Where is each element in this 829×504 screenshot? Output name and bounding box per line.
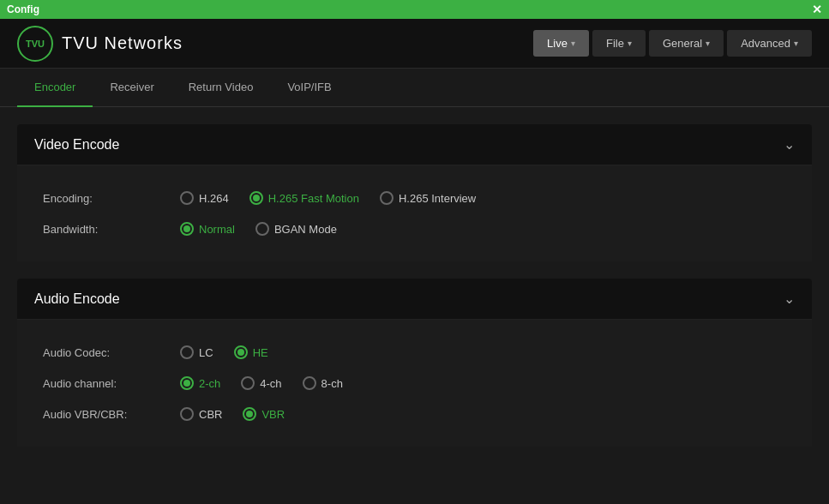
channel-8ch[interactable]: 8-ch [303,376,343,390]
audio-encode-body: Audio Codec: LC HE Audio channel: [17,320,812,447]
channel-2ch-radio [180,376,194,390]
bandwidth-options: Normal BGAN Mode [180,222,337,236]
audio-cbr[interactable]: CBR [180,407,222,421]
audio-codec-options: LC HE [180,345,268,359]
channel-4ch-radio [241,376,255,390]
close-button[interactable]: ✕ [812,3,822,16]
audio-vbr-cbr-options: CBR VBR [180,407,285,421]
bandwidth-bgan[interactable]: BGAN Mode [255,222,337,236]
encoding-h264[interactable]: H.264 [180,191,229,205]
audio-vbr-cbr-label: Audio VBR/CBR: [43,408,180,421]
audio-vbr-radio [243,407,256,421]
nav-menu: Live ▾ File ▾ General ▾ Advanced ▾ [533,30,812,57]
bandwidth-label: Bandwidth: [43,223,180,236]
nav-general[interactable]: General ▾ [649,30,724,57]
nav-advanced[interactable]: Advanced ▾ [727,30,812,57]
channel-8ch-radio [303,376,316,390]
title-bar: Config ✕ [0,0,829,19]
tab-encoder[interactable]: Encoder [17,69,93,107]
channel-8ch-label: 8-ch [321,377,343,390]
nav-file-arrow: ▾ [628,39,632,48]
audio-channel-row: Audio channel: 2-ch 4-ch 8-ch [43,368,786,399]
codec-lc-radio [180,345,194,359]
logo-name: TVU Networks [62,33,183,53]
bandwidth-normal-label: Normal [199,223,235,236]
logo-area: TVU TVU Networks [17,26,183,62]
audio-encode-section: Audio Encode ⌄ Audio Codec: LC HE [17,279,812,447]
tabs: Encoder Receiver Return Video VoIP/IFB [0,69,829,107]
audio-cbr-label: CBR [199,408,222,421]
codec-lc-label: LC [199,346,213,359]
encoding-h265-interview-label: H.265 Interview [399,192,476,205]
codec-he-label: HE [253,346,268,359]
encoding-options: H.264 H.265 Fast Motion H.265 Interview [180,191,476,205]
nav-file[interactable]: File ▾ [592,30,646,57]
main-content: Video Encode ⌄ Encoding: H.264 H.265 Fas… [0,107,829,501]
audio-vbr[interactable]: VBR [243,407,285,421]
encoding-h265-fast-radio [249,191,263,205]
audio-codec-row: Audio Codec: LC HE [43,337,786,368]
audio-channel-label: Audio channel: [43,377,180,390]
audio-vbr-label: VBR [261,408,285,421]
encoding-h264-radio [180,191,194,205]
nav-general-arrow: ▾ [706,39,710,48]
channel-2ch[interactable]: 2-ch [180,376,220,390]
codec-he-radio [234,345,248,359]
tab-return-video[interactable]: Return Video [171,69,271,107]
nav-live[interactable]: Live ▾ [533,30,589,57]
encoding-label: Encoding: [43,192,180,205]
video-encode-body: Encoding: H.264 H.265 Fast Motion H.265 … [17,165,812,261]
channel-4ch[interactable]: 4-ch [241,376,281,390]
title-bar-text: Config [7,3,39,15]
audio-encode-chevron: ⌄ [784,291,795,307]
encoding-h265-fast[interactable]: H.265 Fast Motion [249,191,359,205]
encoding-row: Encoding: H.264 H.265 Fast Motion H.265 … [43,183,786,213]
video-encode-chevron: ⌄ [784,136,795,153]
audio-encode-header[interactable]: Audio Encode ⌄ [17,279,812,320]
audio-cbr-radio [180,407,194,421]
nav-live-label: Live [547,37,568,50]
channel-2ch-label: 2-ch [199,377,220,390]
video-encode-header[interactable]: Video Encode ⌄ [17,124,812,165]
video-encode-section: Video Encode ⌄ Encoding: H.264 H.265 Fas… [17,124,812,261]
header: TVU TVU Networks Live ▾ File ▾ General ▾… [0,19,829,69]
tab-voip-ifb[interactable]: VoIP/IFB [270,69,348,107]
logo-icon: TVU [17,26,53,62]
encoding-h265-interview-radio [380,191,393,205]
bandwidth-normal-radio [180,222,194,236]
bandwidth-normal[interactable]: Normal [180,222,235,236]
audio-vbr-cbr-row: Audio VBR/CBR: CBR VBR [43,399,786,429]
encoding-h265-interview[interactable]: H.265 Interview [380,191,476,205]
encoding-h264-label: H.264 [199,192,229,205]
tab-receiver[interactable]: Receiver [93,69,171,107]
logo-abbr: TVU [26,39,45,49]
channel-4ch-label: 4-ch [260,377,281,390]
bandwidth-row: Bandwidth: Normal BGAN Mode [43,213,786,244]
audio-codec-label: Audio Codec: [43,346,180,359]
nav-advanced-arrow: ▾ [794,39,798,48]
video-encode-title: Video Encode [34,137,119,153]
codec-he[interactable]: HE [234,345,268,359]
bandwidth-bgan-radio [255,222,269,236]
codec-lc[interactable]: LC [180,345,213,359]
nav-file-label: File [606,37,624,50]
nav-advanced-label: Advanced [741,37,790,50]
bandwidth-bgan-label: BGAN Mode [274,223,337,236]
audio-encode-title: Audio Encode [34,291,120,307]
encoding-h265-fast-label: H.265 Fast Motion [268,192,359,205]
nav-live-arrow: ▾ [571,39,575,48]
audio-channel-options: 2-ch 4-ch 8-ch [180,376,343,390]
nav-general-label: General [663,37,702,50]
